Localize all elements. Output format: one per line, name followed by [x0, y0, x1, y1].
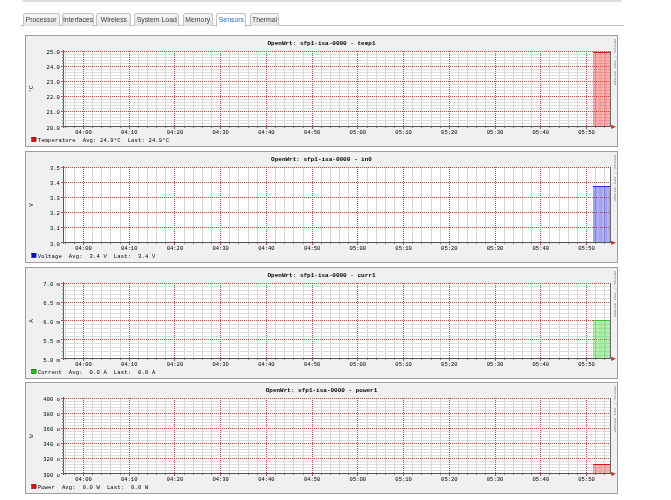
svg-text:04:00: 04:00 — [75, 476, 92, 483]
svg-text:22.0: 22.0 — [46, 94, 59, 101]
svg-text:Power Avg: 0.0 W Last: 0.0: Power Avg: 0.0 W Last: 0.0 W — [37, 484, 148, 491]
svg-text:05:50: 05:50 — [578, 245, 595, 252]
svg-text:3.2: 3.2 — [49, 210, 59, 217]
svg-text:Temperature Avg: 24.9°C Last: Temperature Avg: 24.9°C Last: 24.9°C — [37, 137, 169, 144]
svg-text:05:00: 05:00 — [349, 476, 366, 483]
svg-text:04:00: 04:00 — [75, 129, 92, 136]
svg-text:04:40: 04:40 — [258, 129, 275, 136]
svg-text:25.0: 25.0 — [46, 49, 59, 56]
svg-text:04:40: 04:40 — [258, 245, 275, 252]
svg-text:05:20: 05:20 — [441, 245, 458, 252]
svg-text:04:10: 04:10 — [120, 129, 137, 136]
svg-text:05:10: 05:10 — [395, 476, 412, 483]
svg-text:3.5: 3.5 — [49, 165, 59, 172]
svg-text:05:50: 05:50 — [578, 360, 595, 367]
svg-text:04:00: 04:00 — [75, 245, 92, 252]
svg-text:05:50: 05:50 — [578, 129, 595, 136]
svg-text:04:20: 04:20 — [166, 245, 183, 252]
svg-text:05:30: 05:30 — [486, 245, 503, 252]
svg-text:04:10: 04:10 — [120, 476, 137, 483]
svg-text:05:40: 05:40 — [532, 360, 549, 367]
svg-text:OpenWrt: sfp1-isa-0000 - in0: OpenWrt: sfp1-isa-0000 - in0 — [271, 156, 372, 163]
svg-text:320 u: 320 u — [43, 457, 60, 464]
svg-text:05:10: 05:10 — [395, 245, 412, 252]
svg-text:A: A — [27, 318, 34, 322]
svg-text:3.0: 3.0 — [49, 240, 59, 247]
svg-text:04:10: 04:10 — [120, 245, 137, 252]
svg-text:300 u: 300 u — [43, 472, 60, 479]
svg-text:04:50: 04:50 — [303, 129, 320, 136]
svg-text:04:20: 04:20 — [166, 360, 183, 367]
svg-text:23.0: 23.0 — [46, 79, 59, 86]
svg-text:400 u: 400 u — [43, 396, 60, 403]
svg-text:RRDTOOL / TOBI OETIKER: RRDTOOL / TOBI OETIKER — [612, 386, 616, 433]
svg-text:04:20: 04:20 — [166, 476, 183, 483]
svg-text:360 u: 360 u — [43, 426, 60, 433]
svg-text:04:50: 04:50 — [303, 476, 320, 483]
svg-text:Current Avg: 0.0 A Last: 0: Current Avg: 0.0 A Last: 0.0 A — [37, 368, 155, 375]
svg-text:04:40: 04:40 — [258, 476, 275, 483]
svg-text:05:20: 05:20 — [441, 360, 458, 367]
svg-text:04:50: 04:50 — [303, 245, 320, 252]
svg-text:7.0 m: 7.0 m — [43, 280, 60, 287]
svg-text:3.3: 3.3 — [49, 195, 59, 202]
svg-text:05:30: 05:30 — [486, 476, 503, 483]
svg-text:05:30: 05:30 — [486, 129, 503, 136]
svg-text:RRDTOOL / TOBI OETIKER: RRDTOOL / TOBI OETIKER — [612, 155, 616, 202]
svg-text:05:40: 05:40 — [532, 129, 549, 136]
svg-text:°C: °C — [27, 85, 34, 92]
svg-text:05:20: 05:20 — [441, 129, 458, 136]
svg-text:20.0: 20.0 — [46, 125, 59, 132]
svg-text:21.0: 21.0 — [46, 109, 59, 116]
svg-text:340 u: 340 u — [43, 441, 60, 448]
svg-text:05:00: 05:00 — [349, 360, 366, 367]
svg-text:04:20: 04:20 — [166, 129, 183, 136]
svg-text:380 u: 380 u — [43, 411, 60, 418]
svg-text:04:30: 04:30 — [212, 476, 229, 483]
svg-text:05:50: 05:50 — [578, 476, 595, 483]
svg-text:RRDTOOL / TOBI OETIKER: RRDTOOL / TOBI OETIKER — [612, 271, 616, 318]
svg-text:04:00: 04:00 — [75, 360, 92, 367]
svg-text:05:40: 05:40 — [532, 476, 549, 483]
svg-text:05:20: 05:20 — [441, 476, 458, 483]
svg-text:04:50: 04:50 — [303, 360, 320, 367]
svg-text:04:10: 04:10 — [120, 360, 137, 367]
svg-text:6.0 m: 6.0 m — [43, 318, 60, 325]
svg-text:24.0: 24.0 — [46, 64, 59, 71]
svg-text:3.4: 3.4 — [49, 180, 60, 187]
svg-text:3.1: 3.1 — [49, 225, 60, 232]
svg-text:Voltage Avg: 3.4 V Last: 3: Voltage Avg: 3.4 V Last: 3.4 V — [37, 252, 155, 259]
svg-text:04:30: 04:30 — [212, 245, 229, 252]
svg-text:04:30: 04:30 — [212, 360, 229, 367]
svg-text:05:00: 05:00 — [349, 245, 366, 252]
svg-text:6.5 m: 6.5 m — [43, 299, 60, 306]
svg-text:OpenWrt: sfp1-isa-0000 - temp1: OpenWrt: sfp1-isa-0000 - temp1 — [267, 40, 375, 47]
svg-text:04:40: 04:40 — [258, 360, 275, 367]
svg-text:V: V — [27, 202, 34, 206]
svg-text:05:10: 05:10 — [395, 360, 412, 367]
svg-text:05:30: 05:30 — [486, 360, 503, 367]
svg-text:RRDTOOL / TOBI OETIKER: RRDTOOL / TOBI OETIKER — [612, 39, 616, 86]
svg-text:5.0 m: 5.0 m — [43, 356, 60, 363]
svg-text:5.5 m: 5.5 m — [43, 337, 60, 344]
svg-text:OpenWrt: sfp1-isa-0000 - power: OpenWrt: sfp1-isa-0000 - power1 — [265, 388, 377, 395]
svg-text:05:00: 05:00 — [349, 129, 366, 136]
svg-text:OpenWrt: sfp1-isa-0000 - curr1: OpenWrt: sfp1-isa-0000 - curr1 — [267, 272, 375, 279]
svg-text:05:10: 05:10 — [395, 129, 412, 136]
svg-text:04:30: 04:30 — [212, 129, 229, 136]
svg-text:05:40: 05:40 — [532, 245, 549, 252]
svg-text:W: W — [27, 434, 34, 438]
